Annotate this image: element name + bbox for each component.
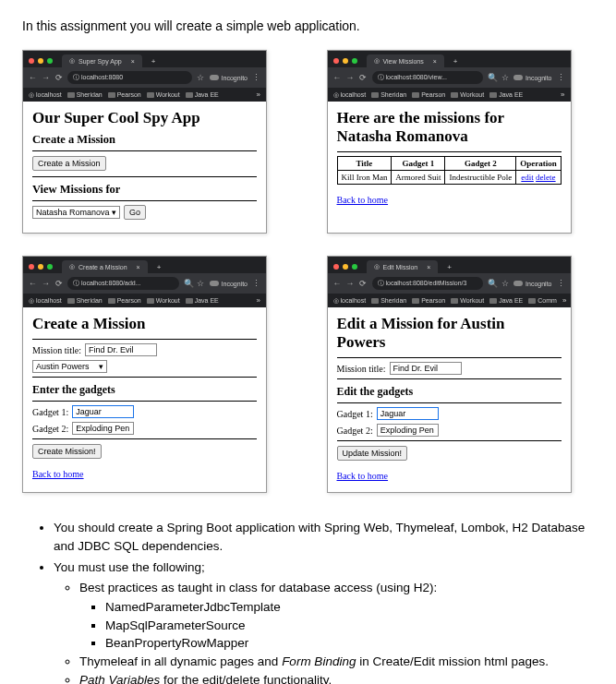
delete-link[interactable]: delete: [536, 173, 556, 182]
globe-icon: ◎: [69, 263, 75, 270]
list-item: NamedParameterJdbcTemplate: [105, 598, 594, 617]
search-icon: 🔍: [488, 279, 496, 288]
create-mission-submit-button[interactable]: Create Mission!: [32, 444, 102, 459]
screenshots-grid: ◎ Super Spy App × + ← → ⟳ ⓘ localhost:80…: [22, 50, 594, 493]
title-label: Mission title:: [337, 364, 386, 374]
gadget1-input[interactable]: [72, 405, 134, 418]
close-icon: ×: [427, 264, 430, 270]
back-icon: ←: [29, 279, 37, 288]
close-icon: ×: [137, 264, 140, 270]
go-button[interactable]: Go: [124, 205, 146, 220]
incognito-icon: [210, 281, 219, 286]
address-bar: ⓘ localhost:8080/add...: [67, 277, 179, 290]
instructions-list: You should create a Spring Boot applicat…: [22, 519, 594, 684]
globe-icon: ◎: [333, 297, 339, 305]
back-icon: ←: [333, 73, 342, 82]
bookmarks-bar: ◎localhost Sheridan Pearson Workout Java…: [23, 294, 266, 307]
forward-icon: →: [42, 73, 50, 82]
screenshot-home: ◎ Super Spy App × + ← → ⟳ ⓘ localhost:80…: [22, 50, 267, 234]
chevron-right-icon: »: [257, 296, 260, 305]
screenshot-create-mission: ◎ Create a Mission × + ← → ⟳ ⓘ localhost…: [22, 256, 267, 493]
menu-icon: ⋮: [557, 279, 565, 288]
gadget1-label: Gadget 1:: [32, 407, 68, 417]
mission-title-input[interactable]: [390, 362, 462, 375]
browser-tab: ◎ Super Spy App ×: [62, 54, 142, 67]
agent-select[interactable]: Natasha Romanova ▾: [32, 206, 120, 219]
reload-icon: ⟳: [359, 279, 368, 288]
back-home-link[interactable]: Back to home: [337, 195, 389, 205]
update-mission-button[interactable]: Update Mission!: [337, 446, 408, 461]
forward-icon: →: [346, 73, 355, 82]
section-heading: Create a Mission: [32, 133, 257, 147]
gadget2-input[interactable]: [377, 424, 439, 437]
back-home-link[interactable]: Back to home: [32, 469, 84, 479]
browser-tab: ◎ Create a Mission ×: [62, 260, 148, 273]
folder-icon: [108, 92, 115, 98]
window-controls: [333, 264, 357, 270]
section-heading: Edit the gadgets: [337, 385, 562, 399]
assignment-intro: In this assignment you will create a sim…: [22, 18, 594, 33]
globe-icon: ◎: [374, 57, 380, 65]
search-icon: 🔍: [184, 279, 192, 288]
menu-icon: ⋮: [252, 73, 260, 82]
reload-icon: ⟳: [54, 279, 63, 288]
gadget2-label: Gadget 2:: [337, 426, 373, 436]
gadget2-input[interactable]: [72, 422, 134, 435]
star-icon: ☆: [197, 73, 205, 82]
list-item: You must use the following; Best practic…: [54, 558, 594, 684]
incognito-icon: [210, 75, 219, 80]
menu-icon: ⋮: [557, 73, 565, 82]
star-icon: ☆: [197, 279, 205, 288]
window-controls: [333, 58, 357, 64]
back-icon: ←: [333, 279, 342, 288]
browser-tab: ◎ Edit Mission ×: [367, 260, 439, 273]
page-title: Edit a Mission for AustinPowers: [337, 315, 562, 352]
screenshot-edit-mission: ◎ Edit Mission × + ← → ⟳ ⓘ localhost:808…: [327, 256, 572, 493]
star-icon: ☆: [501, 73, 509, 82]
list-item: Best practices as taught in class for da…: [79, 579, 594, 653]
address-bar: ⓘ localhost:8080/view...: [372, 71, 484, 84]
incognito-icon: [513, 75, 523, 80]
globe-icon: ◎: [333, 91, 339, 99]
forward-icon: →: [42, 279, 50, 288]
globe-icon: ◎: [374, 263, 380, 270]
bookmarks-bar: ◎localhost Sheridan Pearson Workout Java…: [328, 294, 571, 307]
search-icon: 🔍: [488, 73, 496, 82]
globe-icon: ◎: [29, 297, 34, 305]
reload-icon: ⟳: [359, 73, 368, 82]
list-item: Thymeleaf in all dynamic pages and Form …: [79, 653, 594, 671]
close-icon: ×: [131, 58, 135, 65]
missions-table: TitleGadget 1Gadget 2Operation Kill Iron…: [337, 156, 562, 185]
agent-select[interactable]: Austin Powers ▾: [32, 360, 107, 373]
table-row: Kill Iron Man Armored Suit Indestructibl…: [337, 171, 561, 185]
address-bar: ⓘ localhost:8080/editMission/3: [372, 277, 484, 290]
new-tab-icon: +: [146, 55, 162, 67]
page-title: Our Super Cool Spy App: [32, 109, 257, 127]
forward-icon: →: [346, 279, 355, 288]
reload-icon: ⟳: [54, 73, 63, 82]
back-home-link[interactable]: Back to home: [337, 471, 389, 481]
incognito-icon: [513, 281, 523, 286]
edit-link[interactable]: edit: [521, 173, 534, 182]
table-header-row: TitleGadget 1Gadget 2Operation: [337, 157, 561, 171]
window-controls: [29, 264, 53, 270]
close-icon: ×: [433, 58, 437, 65]
page-title: Here are the missions forNatasha Romanov…: [337, 109, 562, 146]
new-tab-icon: +: [448, 55, 464, 67]
list-item: Path Variables for the edit/delete funct…: [79, 671, 594, 685]
list-item: BeanPropertyRowMapper: [105, 634, 594, 653]
folder-icon: [186, 92, 193, 98]
list-item: You should create a Spring Boot applicat…: [54, 519, 594, 555]
window-controls: [29, 58, 53, 64]
folder-icon: [67, 92, 75, 98]
gadget1-label: Gadget 1:: [337, 409, 373, 419]
star-icon: ☆: [501, 279, 509, 288]
mission-title-input[interactable]: [85, 343, 157, 356]
globe-icon: ◎: [29, 91, 34, 99]
gadget1-input[interactable]: [377, 407, 439, 420]
globe-icon: ◎: [69, 57, 75, 65]
bookmarks-bar: ◎localhost Sheridan Pearson Workout Java…: [328, 88, 571, 102]
chevron-right-icon: »: [257, 90, 260, 99]
browser-tab: ◎ View Missions ×: [367, 54, 444, 67]
create-mission-button[interactable]: Create a Mission: [32, 156, 106, 171]
